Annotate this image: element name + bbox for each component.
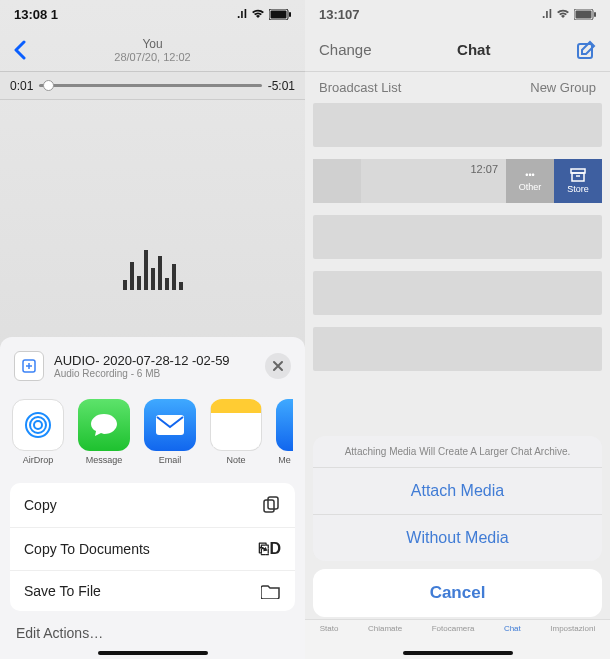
tab-status[interactable]: Stato bbox=[320, 624, 339, 633]
signal-icon: .ıl bbox=[237, 7, 247, 21]
edit-actions-link[interactable]: Edit Actions… bbox=[10, 611, 295, 645]
svg-rect-9 bbox=[268, 497, 278, 509]
app-label: Message bbox=[78, 455, 130, 465]
modal-options: Attaching Media Will Create A Larger Cha… bbox=[313, 436, 602, 561]
copy-action[interactable]: Copy bbox=[10, 483, 295, 528]
avatar bbox=[313, 159, 361, 203]
notes-icon bbox=[210, 399, 262, 451]
export-chat-modal: Attaching Media Will Create A Larger Cha… bbox=[313, 436, 602, 617]
modal-hint: Attaching Media Will Create A Larger Cha… bbox=[313, 436, 602, 468]
chat-row[interactable] bbox=[313, 327, 602, 371]
airdrop-icon bbox=[12, 399, 64, 451]
archive-icon bbox=[570, 168, 586, 182]
edit-link[interactable]: Change bbox=[319, 41, 372, 58]
svg-rect-11 bbox=[576, 10, 592, 18]
tab-settings[interactable]: Impostazioni bbox=[550, 624, 595, 633]
app-label: Me bbox=[276, 455, 293, 465]
chat-list-screen: 13:107 .ıl Change Chat Broadcast List Ne… bbox=[305, 0, 610, 659]
swipe-label: Store bbox=[567, 184, 589, 194]
share-header: AUDIO- 2020-07-28-12 -02-59 Audio Record… bbox=[10, 345, 295, 393]
svg-rect-15 bbox=[572, 173, 584, 181]
status-icons: .ıl bbox=[542, 7, 596, 21]
waveform bbox=[0, 100, 305, 300]
share-app-more[interactable]: Me bbox=[276, 399, 293, 465]
ellipsis-icon: ••• bbox=[525, 170, 534, 180]
swipe-label: Other bbox=[519, 182, 542, 192]
time-elapsed: 0:01 bbox=[10, 79, 33, 93]
svg-point-5 bbox=[30, 417, 46, 433]
chat-body: 12:07 bbox=[361, 159, 506, 203]
copy-icon bbox=[261, 495, 281, 515]
header-title: You bbox=[26, 37, 279, 51]
file-info: Audio Recording - 6 MB bbox=[54, 368, 255, 379]
home-indicator[interactable] bbox=[403, 651, 513, 655]
cancel-button[interactable]: Cancel bbox=[313, 569, 602, 617]
swipe-actions: ••• Other Store bbox=[506, 159, 602, 203]
compose-button[interactable] bbox=[576, 40, 596, 60]
chat-subheader: Broadcast List New Group bbox=[305, 72, 610, 103]
chat-row[interactable] bbox=[313, 103, 602, 147]
action-label: Save To File bbox=[24, 583, 101, 599]
svg-rect-8 bbox=[264, 500, 274, 512]
swipe-archive-button[interactable]: Store bbox=[554, 159, 602, 203]
header-title: Chat bbox=[457, 41, 490, 58]
documents-icon: ⎘D bbox=[259, 540, 281, 558]
wifi-icon bbox=[556, 9, 570, 19]
status-bar: 13:08 1 .ıl bbox=[0, 0, 305, 28]
save-to-file-action[interactable]: Save To File bbox=[10, 571, 295, 611]
chat-row-swiped[interactable]: 12:07 ••• Other Store bbox=[313, 159, 602, 203]
share-app-airdrop[interactable]: AirDrop bbox=[12, 399, 64, 465]
svg-rect-2 bbox=[289, 12, 291, 17]
share-actions: Copy Copy To Documents ⎘D Save To File bbox=[10, 483, 295, 611]
share-app-message[interactable]: Message bbox=[78, 399, 130, 465]
swipe-other-button[interactable]: ••• Other bbox=[506, 159, 554, 203]
chat-header: Change Chat bbox=[305, 28, 610, 72]
without-media-option[interactable]: Without Media bbox=[313, 515, 602, 561]
player-header: You 28/07/20, 12:02 bbox=[0, 28, 305, 72]
attach-media-option[interactable]: Attach Media bbox=[313, 468, 602, 515]
share-app-email[interactable]: Email bbox=[144, 399, 196, 465]
tab-chat[interactable]: Chat bbox=[504, 624, 521, 633]
svg-rect-7 bbox=[156, 415, 184, 435]
tab-camera[interactable]: Fotocamera bbox=[432, 624, 475, 633]
share-apps-row: AirDrop Message Email Note Me bbox=[10, 393, 295, 479]
app-label: Email bbox=[144, 455, 196, 465]
header-subtitle: 28/07/20, 12:02 bbox=[26, 51, 279, 63]
more-icon bbox=[276, 399, 293, 451]
home-indicator[interactable] bbox=[98, 651, 208, 655]
app-label: AirDrop bbox=[12, 455, 64, 465]
battery-icon bbox=[574, 9, 596, 20]
file-icon bbox=[14, 351, 44, 381]
chat-timestamp: 12:07 bbox=[470, 163, 498, 175]
svg-rect-1 bbox=[271, 10, 287, 18]
share-sheet: AUDIO- 2020-07-28-12 -02-59 Audio Record… bbox=[0, 337, 305, 659]
wifi-icon bbox=[251, 9, 265, 19]
action-label: Copy To Documents bbox=[24, 541, 150, 557]
copy-to-documents-action[interactable]: Copy To Documents ⎘D bbox=[10, 528, 295, 571]
broadcast-list-link[interactable]: Broadcast List bbox=[319, 80, 401, 95]
close-button[interactable] bbox=[265, 353, 291, 379]
app-label: Note bbox=[210, 455, 262, 465]
tab-calls[interactable]: Chiamate bbox=[368, 624, 402, 633]
scrubber[interactable]: 0:01 -5:01 bbox=[0, 72, 305, 100]
folder-icon bbox=[261, 583, 281, 599]
file-meta: AUDIO- 2020-07-28-12 -02-59 Audio Record… bbox=[54, 353, 255, 379]
new-group-link[interactable]: New Group bbox=[530, 80, 596, 95]
status-time: 13:107 bbox=[319, 7, 359, 22]
svg-point-4 bbox=[34, 421, 42, 429]
back-button[interactable] bbox=[12, 40, 26, 60]
audio-player-screen: 13:08 1 .ıl You 28/07/20, 12:02 0:01 -5:… bbox=[0, 0, 305, 659]
scrubber-track[interactable] bbox=[39, 84, 261, 87]
action-label: Copy bbox=[24, 497, 57, 513]
battery-icon bbox=[269, 9, 291, 20]
chat-list: 12:07 ••• Other Store bbox=[305, 103, 610, 371]
header-title-block: You 28/07/20, 12:02 bbox=[26, 37, 279, 63]
share-app-note[interactable]: Note bbox=[210, 399, 262, 465]
mail-icon bbox=[144, 399, 196, 451]
chat-row[interactable] bbox=[313, 215, 602, 259]
time-remaining: -5:01 bbox=[268, 79, 295, 93]
chat-row[interactable] bbox=[313, 271, 602, 315]
status-icons: .ıl bbox=[237, 7, 291, 21]
signal-icon: .ıl bbox=[542, 7, 552, 21]
scrubber-knob[interactable] bbox=[43, 80, 54, 91]
